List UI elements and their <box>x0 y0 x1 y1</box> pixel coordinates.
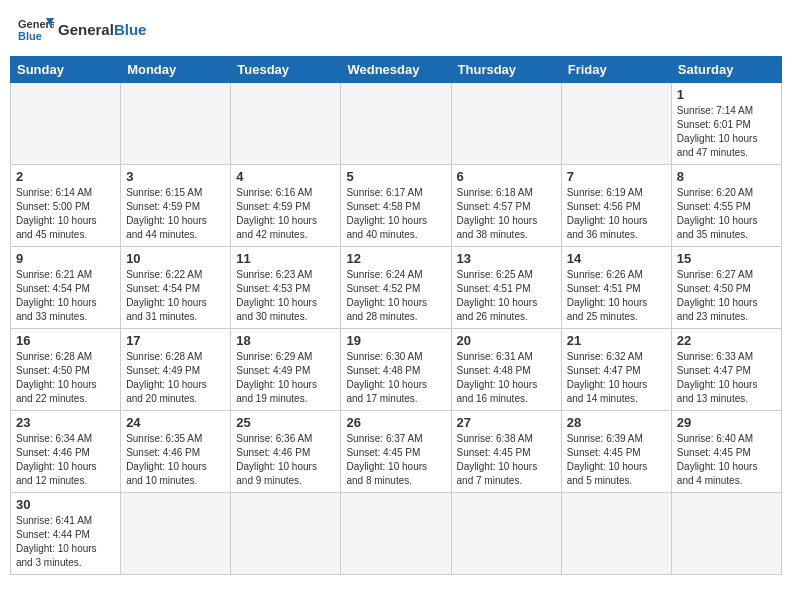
calendar-week-row: 16Sunrise: 6:28 AM Sunset: 4:50 PM Dayli… <box>11 329 782 411</box>
calendar-day-cell: 13Sunrise: 6:25 AM Sunset: 4:51 PM Dayli… <box>451 247 561 329</box>
day-info: Sunrise: 6:36 AM Sunset: 4:46 PM Dayligh… <box>236 432 335 488</box>
calendar-header-friday: Friday <box>561 57 671 83</box>
day-info: Sunrise: 6:34 AM Sunset: 4:46 PM Dayligh… <box>16 432 115 488</box>
calendar-day-cell: 15Sunrise: 6:27 AM Sunset: 4:50 PM Dayli… <box>671 247 781 329</box>
day-number: 12 <box>346 251 445 266</box>
day-info: Sunrise: 6:19 AM Sunset: 4:56 PM Dayligh… <box>567 186 666 242</box>
day-number: 3 <box>126 169 225 184</box>
calendar-day-cell: 7Sunrise: 6:19 AM Sunset: 4:56 PM Daylig… <box>561 165 671 247</box>
calendar-week-row: 23Sunrise: 6:34 AM Sunset: 4:46 PM Dayli… <box>11 411 782 493</box>
day-number: 20 <box>457 333 556 348</box>
calendar-day-cell: 8Sunrise: 6:20 AM Sunset: 4:55 PM Daylig… <box>671 165 781 247</box>
calendar-week-row: 1Sunrise: 7:14 AM Sunset: 6:01 PM Daylig… <box>11 83 782 165</box>
day-number: 28 <box>567 415 666 430</box>
calendar-day-cell: 18Sunrise: 6:29 AM Sunset: 4:49 PM Dayli… <box>231 329 341 411</box>
day-number: 11 <box>236 251 335 266</box>
day-info: Sunrise: 6:20 AM Sunset: 4:55 PM Dayligh… <box>677 186 776 242</box>
day-info: Sunrise: 6:28 AM Sunset: 4:49 PM Dayligh… <box>126 350 225 406</box>
day-number: 7 <box>567 169 666 184</box>
calendar-header-saturday: Saturday <box>671 57 781 83</box>
day-number: 25 <box>236 415 335 430</box>
day-number: 13 <box>457 251 556 266</box>
calendar-day-cell: 3Sunrise: 6:15 AM Sunset: 4:59 PM Daylig… <box>121 165 231 247</box>
day-info: Sunrise: 6:21 AM Sunset: 4:54 PM Dayligh… <box>16 268 115 324</box>
day-info: Sunrise: 6:24 AM Sunset: 4:52 PM Dayligh… <box>346 268 445 324</box>
day-number: 26 <box>346 415 445 430</box>
calendar-day-cell: 11Sunrise: 6:23 AM Sunset: 4:53 PM Dayli… <box>231 247 341 329</box>
calendar-day-cell: 21Sunrise: 6:32 AM Sunset: 4:47 PM Dayli… <box>561 329 671 411</box>
calendar-day-cell: 29Sunrise: 6:40 AM Sunset: 4:45 PM Dayli… <box>671 411 781 493</box>
calendar-day-cell: 6Sunrise: 6:18 AM Sunset: 4:57 PM Daylig… <box>451 165 561 247</box>
calendar-day-cell: 16Sunrise: 6:28 AM Sunset: 4:50 PM Dayli… <box>11 329 121 411</box>
calendar-day-cell: 22Sunrise: 6:33 AM Sunset: 4:47 PM Dayli… <box>671 329 781 411</box>
day-number: 1 <box>677 87 776 102</box>
day-number: 4 <box>236 169 335 184</box>
calendar-header-sunday: Sunday <box>11 57 121 83</box>
calendar-day-cell: 10Sunrise: 6:22 AM Sunset: 4:54 PM Dayli… <box>121 247 231 329</box>
day-number: 17 <box>126 333 225 348</box>
calendar-day-cell: 30Sunrise: 6:41 AM Sunset: 4:44 PM Dayli… <box>11 493 121 575</box>
calendar-day-cell <box>121 83 231 165</box>
day-info: Sunrise: 6:15 AM Sunset: 4:59 PM Dayligh… <box>126 186 225 242</box>
calendar-header-thursday: Thursday <box>451 57 561 83</box>
calendar-day-cell <box>11 83 121 165</box>
day-info: Sunrise: 6:14 AM Sunset: 5:00 PM Dayligh… <box>16 186 115 242</box>
generalblue-logo-icon: General Blue <box>18 14 54 44</box>
calendar-day-cell: 5Sunrise: 6:17 AM Sunset: 4:58 PM Daylig… <box>341 165 451 247</box>
calendar-day-cell <box>121 493 231 575</box>
day-info: Sunrise: 6:18 AM Sunset: 4:57 PM Dayligh… <box>457 186 556 242</box>
calendar-week-row: 2Sunrise: 6:14 AM Sunset: 5:00 PM Daylig… <box>11 165 782 247</box>
day-number: 23 <box>16 415 115 430</box>
calendar-day-cell <box>231 83 341 165</box>
day-number: 6 <box>457 169 556 184</box>
calendar-header-row: SundayMondayTuesdayWednesdayThursdayFrid… <box>11 57 782 83</box>
day-info: Sunrise: 6:37 AM Sunset: 4:45 PM Dayligh… <box>346 432 445 488</box>
day-info: Sunrise: 6:40 AM Sunset: 4:45 PM Dayligh… <box>677 432 776 488</box>
calendar-day-cell: 25Sunrise: 6:36 AM Sunset: 4:46 PM Dayli… <box>231 411 341 493</box>
calendar-day-cell: 28Sunrise: 6:39 AM Sunset: 4:45 PM Dayli… <box>561 411 671 493</box>
calendar-day-cell <box>561 493 671 575</box>
calendar-day-cell <box>341 83 451 165</box>
day-number: 2 <box>16 169 115 184</box>
day-number: 5 <box>346 169 445 184</box>
day-info: Sunrise: 6:30 AM Sunset: 4:48 PM Dayligh… <box>346 350 445 406</box>
day-number: 14 <box>567 251 666 266</box>
day-info: Sunrise: 6:22 AM Sunset: 4:54 PM Dayligh… <box>126 268 225 324</box>
logo-text: GeneralBlue <box>58 21 146 38</box>
day-number: 15 <box>677 251 776 266</box>
day-info: Sunrise: 6:38 AM Sunset: 4:45 PM Dayligh… <box>457 432 556 488</box>
calendar-week-row: 30Sunrise: 6:41 AM Sunset: 4:44 PM Dayli… <box>11 493 782 575</box>
calendar-day-cell: 9Sunrise: 6:21 AM Sunset: 4:54 PM Daylig… <box>11 247 121 329</box>
calendar-day-cell: 26Sunrise: 6:37 AM Sunset: 4:45 PM Dayli… <box>341 411 451 493</box>
day-number: 27 <box>457 415 556 430</box>
calendar-day-cell: 24Sunrise: 6:35 AM Sunset: 4:46 PM Dayli… <box>121 411 231 493</box>
day-number: 9 <box>16 251 115 266</box>
day-info: Sunrise: 6:16 AM Sunset: 4:59 PM Dayligh… <box>236 186 335 242</box>
day-info: Sunrise: 6:26 AM Sunset: 4:51 PM Dayligh… <box>567 268 666 324</box>
calendar-day-cell: 1Sunrise: 7:14 AM Sunset: 6:01 PM Daylig… <box>671 83 781 165</box>
day-info: Sunrise: 6:32 AM Sunset: 4:47 PM Dayligh… <box>567 350 666 406</box>
day-number: 19 <box>346 333 445 348</box>
day-info: Sunrise: 6:39 AM Sunset: 4:45 PM Dayligh… <box>567 432 666 488</box>
day-number: 30 <box>16 497 115 512</box>
calendar: SundayMondayTuesdayWednesdayThursdayFrid… <box>10 56 782 575</box>
day-info: Sunrise: 6:35 AM Sunset: 4:46 PM Dayligh… <box>126 432 225 488</box>
calendar-day-cell: 14Sunrise: 6:26 AM Sunset: 4:51 PM Dayli… <box>561 247 671 329</box>
day-info: Sunrise: 6:25 AM Sunset: 4:51 PM Dayligh… <box>457 268 556 324</box>
calendar-header-wednesday: Wednesday <box>341 57 451 83</box>
calendar-day-cell: 20Sunrise: 6:31 AM Sunset: 4:48 PM Dayli… <box>451 329 561 411</box>
calendar-day-cell: 2Sunrise: 6:14 AM Sunset: 5:00 PM Daylig… <box>11 165 121 247</box>
day-info: Sunrise: 6:33 AM Sunset: 4:47 PM Dayligh… <box>677 350 776 406</box>
calendar-day-cell: 17Sunrise: 6:28 AM Sunset: 4:49 PM Dayli… <box>121 329 231 411</box>
day-info: Sunrise: 6:41 AM Sunset: 4:44 PM Dayligh… <box>16 514 115 570</box>
calendar-day-cell: 19Sunrise: 6:30 AM Sunset: 4:48 PM Dayli… <box>341 329 451 411</box>
day-info: Sunrise: 6:23 AM Sunset: 4:53 PM Dayligh… <box>236 268 335 324</box>
calendar-day-cell <box>671 493 781 575</box>
day-info: Sunrise: 7:14 AM Sunset: 6:01 PM Dayligh… <box>677 104 776 160</box>
logo: General Blue GeneralBlue <box>18 14 146 44</box>
calendar-week-row: 9Sunrise: 6:21 AM Sunset: 4:54 PM Daylig… <box>11 247 782 329</box>
day-number: 22 <box>677 333 776 348</box>
calendar-header-tuesday: Tuesday <box>231 57 341 83</box>
day-info: Sunrise: 6:31 AM Sunset: 4:48 PM Dayligh… <box>457 350 556 406</box>
svg-text:Blue: Blue <box>18 30 42 42</box>
